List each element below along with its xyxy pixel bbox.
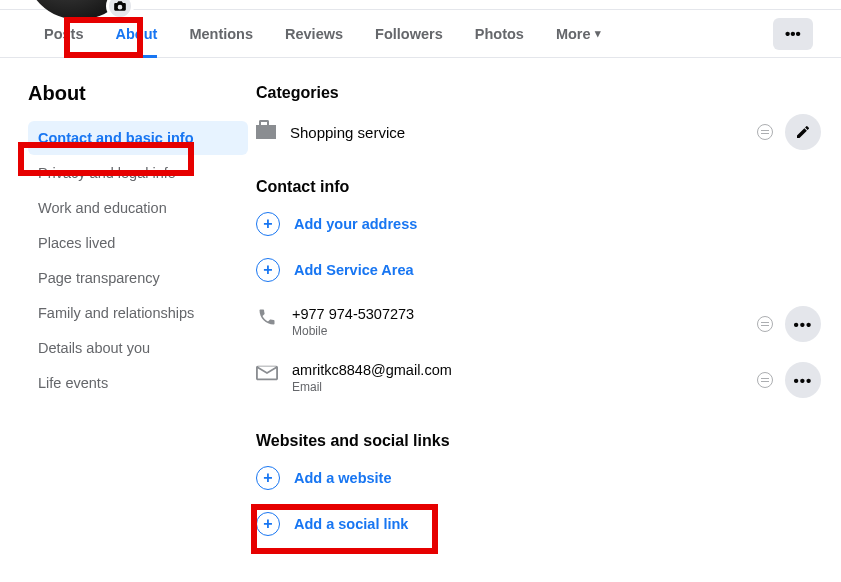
tab-mentions[interactable]: Mentions xyxy=(173,10,269,58)
plus-icon: + xyxy=(256,466,280,490)
email-type: Email xyxy=(292,380,452,394)
plus-icon: + xyxy=(256,512,280,536)
add-service-area-link[interactable]: + Add Service Area xyxy=(256,254,821,286)
add-address-link[interactable]: + Add your address xyxy=(256,208,821,240)
about-sidebar: About Contact and basic info Privacy and… xyxy=(16,62,244,582)
phone-row: +977 974-5307273 Mobile ••• xyxy=(256,300,821,348)
tab-posts[interactable]: Posts xyxy=(28,10,100,58)
sidebar-item-privacy-legal[interactable]: Privacy and legal info xyxy=(28,156,236,190)
email-value: amritkc8848@gmail.com xyxy=(292,362,452,378)
categories-title: Categories xyxy=(256,84,821,102)
category-value: Shopping service xyxy=(290,124,405,141)
tab-about[interactable]: About xyxy=(100,10,174,58)
sidebar-item-family-relationships[interactable]: Family and relationships xyxy=(28,296,236,330)
sidebar-item-places-lived[interactable]: Places lived xyxy=(28,226,236,260)
tab-more[interactable]: More ▾ xyxy=(540,10,617,58)
add-website-link[interactable]: + Add a website xyxy=(256,462,821,494)
audience-public-icon[interactable] xyxy=(757,124,773,140)
add-social-label: Add a social link xyxy=(294,516,408,532)
phone-type: Mobile xyxy=(292,324,414,338)
add-social-link[interactable]: + Add a social link xyxy=(256,508,821,540)
about-main: Categories Shopping service Contact info… xyxy=(244,62,841,582)
phone-icon xyxy=(256,306,278,328)
phone-options-button[interactable]: ••• xyxy=(785,306,821,342)
plus-icon: + xyxy=(256,212,280,236)
audience-public-icon[interactable] xyxy=(757,316,773,332)
tab-reviews[interactable]: Reviews xyxy=(269,10,359,58)
about-title: About xyxy=(28,78,236,121)
phone-value: +977 974-5307273 xyxy=(292,306,414,322)
chevron-down-icon: ▾ xyxy=(595,27,601,40)
add-address-label: Add your address xyxy=(294,216,417,232)
sidebar-item-work-education[interactable]: Work and education xyxy=(28,191,236,225)
plus-icon: + xyxy=(256,258,280,282)
more-options-button[interactable]: ••• xyxy=(773,18,813,50)
profile-header: 📢 Promote ⚙ Manage ✎ Edit xyxy=(0,0,841,10)
tab-photos[interactable]: Photos xyxy=(459,10,540,58)
email-options-button[interactable]: ••• xyxy=(785,362,821,398)
sidebar-item-life-events[interactable]: Life events xyxy=(28,366,236,400)
sidebar-item-details-about-you[interactable]: Details about you xyxy=(28,331,236,365)
tab-followers[interactable]: Followers xyxy=(359,10,459,58)
email-row: amritkc8848@gmail.com Email ••• xyxy=(256,356,821,404)
category-icon xyxy=(256,125,276,139)
email-icon xyxy=(256,362,278,384)
sidebar-item-page-transparency[interactable]: Page transparency xyxy=(28,261,236,295)
contact-info-title: Contact info xyxy=(256,178,821,196)
audience-public-icon[interactable] xyxy=(757,372,773,388)
add-website-label: Add a website xyxy=(294,470,392,486)
sidebar-item-contact-basic-info[interactable]: Contact and basic info xyxy=(28,121,248,155)
edit-category-button[interactable] xyxy=(785,114,821,150)
profile-tabs: Posts About Mentions Reviews Followers P… xyxy=(0,10,841,58)
websites-social-title: Websites and social links xyxy=(256,432,821,450)
add-service-area-label: Add Service Area xyxy=(294,262,414,278)
